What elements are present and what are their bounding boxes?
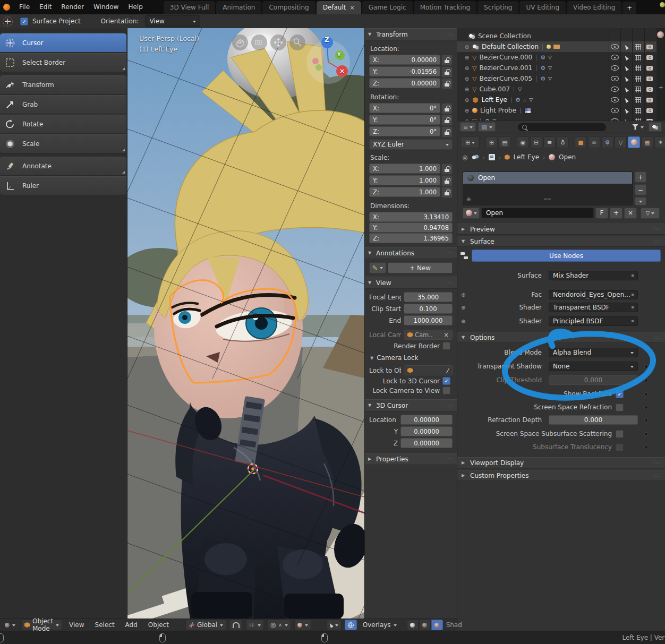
panel-custom-properties-header[interactable]: ▶ Custom Properties ∷∷ bbox=[457, 470, 665, 481]
mode-dropdown[interactable]: Object Mode bbox=[21, 620, 62, 630]
selectable-pointer-icon[interactable] bbox=[624, 65, 629, 71]
render-border-checkbox[interactable] bbox=[442, 342, 450, 350]
tab-tool[interactable]: ⊞ bbox=[485, 136, 498, 148]
menu-select[interactable]: Select bbox=[91, 621, 118, 629]
cursor-y-field[interactable]: 0.00000 bbox=[400, 426, 453, 436]
remove-slot-button[interactable]: − bbox=[635, 184, 646, 195]
panel-grip-icon[interactable]: ∷∷ bbox=[447, 251, 454, 256]
local-camera-field[interactable]: Cam.. × bbox=[404, 330, 453, 340]
dimensions-x-field[interactable]: X:3.13410 bbox=[369, 212, 453, 222]
menu-object[interactable]: Object bbox=[144, 621, 173, 629]
tool-scale[interactable]: Scale bbox=[0, 134, 126, 153]
menu-edit[interactable]: Edit bbox=[35, 0, 56, 14]
lock-location-z-button[interactable] bbox=[441, 78, 453, 89]
clip-end-field[interactable]: 1000.000 bbox=[404, 315, 453, 325]
hide-eye-icon[interactable] bbox=[611, 76, 619, 81]
pin-icon[interactable]: ◎ bbox=[463, 154, 468, 161]
location-z-field[interactable]: Z:0.00000 bbox=[369, 78, 440, 88]
viewport-visibility-icon[interactable] bbox=[635, 87, 641, 92]
menu-help[interactable]: Help bbox=[123, 0, 147, 14]
fac-input-field[interactable]: Nendoroid_Eyes_Open... bbox=[549, 290, 638, 299]
hide-eye-icon[interactable] bbox=[611, 65, 619, 71]
viewport-visibility-icon[interactable] bbox=[635, 108, 641, 114]
proportional-edit-dropdown[interactable]: ◎∧ bbox=[267, 620, 291, 630]
tab-compositing[interactable]: Compositing bbox=[262, 1, 315, 14]
rotation-x-field[interactable]: X:0° bbox=[369, 103, 440, 113]
hide-eye-icon[interactable] bbox=[611, 108, 619, 113]
menu-render[interactable]: Render bbox=[56, 0, 89, 14]
selectable-pointer-icon[interactable] bbox=[624, 108, 629, 114]
lock-rotation-y-button[interactable] bbox=[441, 115, 453, 126]
transform-orientation-dropdown[interactable]: Global bbox=[185, 620, 226, 630]
clip-start-field[interactable]: 0.100 bbox=[404, 304, 453, 314]
lock-camera-to-view-checkbox[interactable] bbox=[442, 387, 450, 394]
tool-ruler[interactable]: Ruler bbox=[0, 176, 126, 195]
lock-location-y-button[interactable] bbox=[441, 66, 453, 78]
render-visibility-icon[interactable] bbox=[646, 98, 653, 102]
tab-default[interactable]: Default × bbox=[317, 1, 361, 14]
render-visibility-icon[interactable] bbox=[646, 108, 653, 113]
tab-animation[interactable]: Animation bbox=[216, 1, 261, 14]
panel-transform-header[interactable]: ▼ Transform ∷∷ bbox=[365, 28, 457, 40]
expand-icon[interactable]: ⊕ bbox=[464, 44, 470, 50]
blend-mode-dropdown[interactable]: Alpha Blend bbox=[549, 348, 638, 357]
lock-scale-y-button[interactable] bbox=[441, 175, 453, 186]
tab-object-data[interactable]: ▽ bbox=[615, 136, 627, 148]
tool-annotate[interactable]: Annotate bbox=[0, 157, 126, 176]
tab-object[interactable]: ■ bbox=[575, 136, 587, 148]
outliner-search-input[interactable] bbox=[518, 123, 606, 131]
material-name-field[interactable]: Open bbox=[481, 208, 594, 218]
selectable-pointer-icon[interactable] bbox=[624, 97, 629, 103]
render-visibility-icon[interactable] bbox=[646, 76, 653, 81]
focal-length-field[interactable]: 35.000 bbox=[404, 292, 453, 302]
tab-workspace[interactable]: ▤ bbox=[499, 136, 511, 148]
panel-grip-icon[interactable]: ∷∷ bbox=[654, 227, 661, 232]
camera-lock-title[interactable]: Camera Lock bbox=[377, 354, 418, 362]
selectable-pointer-icon[interactable] bbox=[624, 55, 629, 61]
blender-logo-icon[interactable] bbox=[3, 4, 10, 11]
scale-z-field[interactable]: Z:1.000 bbox=[369, 187, 440, 197]
slot-specials-dropdown[interactable] bbox=[635, 197, 646, 205]
shader2-field[interactable]: Principled BSDF bbox=[549, 316, 638, 326]
tool-rotate[interactable]: Rotate bbox=[0, 115, 126, 134]
orientation-dropdown[interactable]: View bbox=[145, 15, 200, 27]
new-collection-button[interactable] bbox=[649, 122, 662, 132]
annotation-pencil-button[interactable]: ✎ bbox=[369, 262, 386, 273]
clear-icon[interactable]: × bbox=[444, 331, 449, 339]
selectable-pointer-icon[interactable] bbox=[624, 87, 629, 92]
tab-motion-tracking[interactable]: Motion Tracking bbox=[414, 1, 476, 14]
tab-scripting[interactable]: Scripting bbox=[478, 1, 518, 14]
lock-location-x-button[interactable] bbox=[441, 55, 453, 66]
hide-eye-icon[interactable] bbox=[611, 97, 619, 102]
expand-icon[interactable]: ⊕ bbox=[464, 55, 470, 61]
annotation-new-button[interactable]: +New bbox=[388, 262, 453, 273]
panel-grip-icon[interactable]: ∷∷ bbox=[447, 32, 454, 37]
shading-solid-button[interactable] bbox=[407, 620, 419, 630]
selectable-pointer-icon[interactable] bbox=[624, 44, 629, 50]
tool-grab[interactable]: Grab bbox=[0, 95, 126, 114]
filter-dropdown[interactable] bbox=[629, 123, 646, 131]
tab-particles[interactable]: ✶ bbox=[654, 136, 665, 148]
lock-scale-z-button[interactable] bbox=[441, 187, 453, 198]
tab-modifiers[interactable]: ⚙ bbox=[601, 136, 613, 148]
viewport-visibility-icon[interactable] bbox=[635, 44, 641, 50]
dimensions-z-field[interactable]: Z:1.36965 bbox=[369, 233, 453, 243]
unlink-material-button[interactable]: × bbox=[624, 208, 637, 219]
panel-view-header[interactable]: ▼ View ∷∷ bbox=[365, 277, 457, 289]
resize-handle[interactable]: ══ bbox=[544, 196, 551, 202]
show-backface-checkbox[interactable]: ✓ bbox=[616, 390, 624, 398]
tab-world[interactable]: ♁ bbox=[557, 136, 569, 148]
transparent-shadow-dropdown[interactable]: None bbox=[549, 362, 638, 371]
gizmo-z-label[interactable]: Z bbox=[325, 36, 329, 44]
new-material-button[interactable]: + bbox=[610, 208, 623, 219]
breadcrumb-material[interactable]: Open bbox=[559, 153, 576, 161]
menu-window[interactable]: Window bbox=[89, 0, 123, 14]
close-tab-icon[interactable]: × bbox=[350, 4, 355, 11]
expand-icon[interactable]: ⊕ bbox=[464, 76, 470, 82]
location-y-field[interactable]: Y:-0.01956 bbox=[369, 66, 440, 76]
select-mode-dropdown[interactable] bbox=[326, 620, 342, 630]
link-mode-dropdown[interactable]: ▽ bbox=[641, 208, 660, 219]
rotation-y-field[interactable]: Y:0° bbox=[369, 115, 440, 125]
expand-icon[interactable]: ⊕ bbox=[464, 87, 470, 92]
panel-grip-icon[interactable]: ∷∷ bbox=[654, 473, 661, 478]
